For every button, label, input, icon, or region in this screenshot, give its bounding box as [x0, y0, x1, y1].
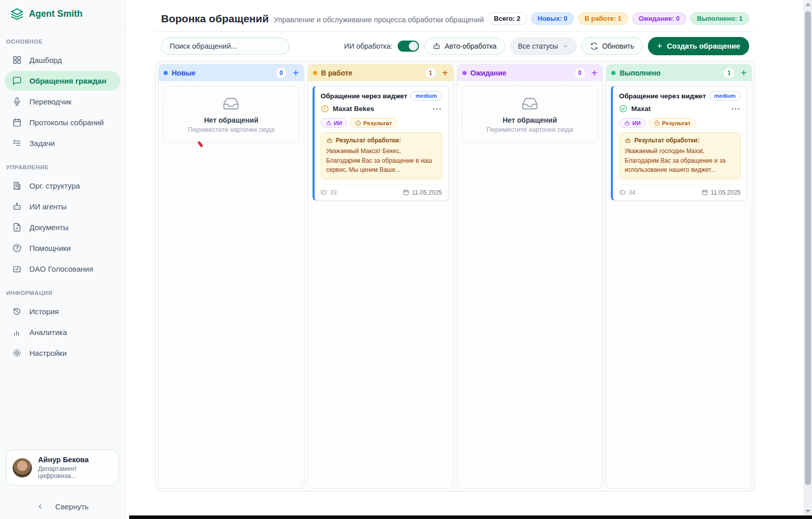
empty-drop-area[interactable]: Нет обращений Переместите карточки сюда: [163, 86, 299, 143]
sidebar-item-meeting-protocols[interactable]: Протоколы собраний: [5, 113, 121, 132]
robot-icon: [12, 202, 22, 211]
vertical-scrollbar[interactable]: [803, 0, 812, 519]
summary-badges: Всего: 2 Новых: 0 В работе: 1 Ожидание: …: [487, 12, 749, 25]
microphone-icon: [12, 97, 22, 106]
calendar-icon: [702, 189, 708, 196]
sidebar-item-ai-agents[interactable]: ИИ агенты: [5, 197, 121, 216]
kanban-board: Новые 0 + Нет обращений Переместите карт…: [155, 61, 755, 492]
result-text: Уважаемый господин Maxat, Благодарим Вас…: [625, 146, 735, 175]
sidebar-item-analytics[interactable]: Аналитика: [5, 322, 121, 342]
add-card-button[interactable]: +: [442, 68, 448, 78]
sidebar-item-label: Протоколы собраний: [29, 118, 104, 127]
column-dropzone[interactable]: Нет обращений Переместите карточки сюда: [457, 81, 603, 488]
auto-process-label: Авто-обработка: [445, 42, 497, 50]
analytics-icon: [12, 327, 22, 337]
scroll-up-arrow-icon[interactable]: [803, 3, 812, 6]
sidebar-item-tasks[interactable]: Задачи: [5, 133, 121, 153]
profile-name: Айнур Бекова: [38, 456, 112, 464]
calendar-icon: [12, 118, 22, 127]
column-title: Выполнено: [620, 69, 661, 77]
page-subtitle: Управление и обслуживание процесса обраб…: [274, 16, 484, 24]
scrollbar-thumb[interactable]: [805, 11, 811, 485]
profile-department: Департамент цифровиза...: [38, 465, 112, 479]
vote-icon: [12, 264, 22, 274]
robot-icon: [624, 120, 630, 126]
collapse-label: Свернуть: [55, 502, 89, 511]
search-input[interactable]: [161, 38, 289, 55]
column-dropzone[interactable]: Обращение через виджет medium Maxat Beke…: [308, 81, 453, 488]
scroll-down-arrow-icon[interactable]: [803, 510, 812, 513]
sidebar-item-label: DAO Голосования: [29, 265, 93, 273]
section-label-main: ОСНОВНОЕ: [0, 28, 125, 49]
robot-icon: [326, 137, 333, 144]
tasks-icon: [12, 138, 22, 148]
app-name: Agent Smith: [29, 9, 83, 19]
column-count: 0: [276, 67, 287, 79]
refresh-label: Обновить: [602, 42, 634, 50]
sidebar-item-dao-voting[interactable]: DAO Голосования: [5, 259, 121, 279]
add-card-button[interactable]: +: [293, 68, 299, 78]
toolbar: ИИ обработка: Авто-обработка Все статусы…: [155, 32, 755, 61]
sidebar-item-citizen-appeals[interactable]: Обращения граждан: [5, 71, 121, 91]
section-label-information: ИНФОРМАЦИЯ: [0, 280, 125, 301]
inbox-icon: [521, 95, 538, 113]
column-dropzone[interactable]: Нет обращений Переместите карточки сюда: [159, 81, 304, 488]
card-date: 11.05.2025: [702, 189, 741, 196]
priority-badge: medium: [410, 91, 442, 100]
ai-toggle-label: ИИ обработка:: [344, 42, 392, 50]
collapse-sidebar-button[interactable]: Свернуть: [0, 502, 125, 511]
card-menu-button[interactable]: ···: [433, 105, 442, 113]
sidebar-item-label: ИИ агенты: [29, 202, 67, 211]
chevron-down-icon: [562, 43, 569, 50]
tag-label: Результат: [363, 120, 392, 126]
priority-badge: medium: [709, 91, 741, 100]
ai-processing-toggle[interactable]: [398, 41, 419, 52]
app-logo[interactable]: Agent Smith: [0, 0, 125, 28]
ai-result-box: Результат обработки: Уважаемый Максат Бе…: [321, 132, 442, 179]
card-menu-button[interactable]: ···: [731, 105, 741, 113]
add-card-button[interactable]: +: [592, 68, 598, 78]
badge-new: Новых: 0: [531, 12, 574, 25]
sidebar-item-history[interactable]: История: [5, 302, 121, 321]
sidebar-item-documents[interactable]: Документы: [5, 217, 121, 237]
tag-ai: ИИ: [619, 118, 646, 128]
empty-drop-area[interactable]: Нет обращений Переместите карточки сюда: [462, 86, 598, 143]
user-profile[interactable]: Айнур Бекова Департамент цифровиза...: [6, 450, 119, 486]
clock-icon: [654, 120, 660, 126]
badge-done: Выполнено: 1: [690, 12, 749, 25]
appeal-card[interactable]: Обращение через виджет medium Maxat ···: [611, 86, 747, 201]
column-title: Ожидание: [471, 69, 507, 77]
sidebar-item-translator[interactable]: Переводчик: [5, 92, 121, 112]
sidebar: Agent Smith ОСНОВНОЕ Дашборд Обращения г…: [0, 0, 126, 519]
card-title: Обращение через виджет: [619, 92, 706, 100]
sidebar-item-assistants[interactable]: Помощники: [5, 238, 121, 258]
status-filter-select[interactable]: Все статусы: [510, 38, 576, 55]
person-name: Maxat Bekes: [333, 105, 374, 113]
sidebar-item-settings[interactable]: Настройки: [5, 343, 121, 363]
create-appeal-label: Создать обращение: [667, 42, 740, 50]
sidebar-item-org-structure[interactable]: Орг. структура: [5, 176, 121, 196]
column-done: Выполнено 1 + Обращение через виджет med…: [606, 64, 752, 489]
robot-icon: [625, 137, 631, 144]
sidebar-item-dashboard[interactable]: Дашборд: [5, 50, 121, 70]
page-title: Воронка обращений: [161, 13, 269, 25]
column-count: 1: [425, 67, 436, 79]
badge-inprogress: В работе: 1: [578, 12, 628, 25]
tag-label: ИИ: [334, 120, 342, 126]
dashboard-icon: [12, 55, 22, 65]
sidebar-item-label: Дашборд: [29, 56, 62, 64]
refresh-button[interactable]: Обновить: [582, 38, 643, 55]
create-appeal-button[interactable]: + Создать обращение: [648, 37, 749, 55]
column-title: Новые: [172, 69, 196, 77]
sidebar-item-label: Настройки: [29, 349, 67, 357]
column-dropzone[interactable]: Обращение через виджет medium Maxat ···: [606, 81, 752, 488]
layers-logo-icon: [10, 7, 24, 21]
org-structure-icon: [12, 181, 22, 191]
column-header: Выполнено 1 +: [606, 64, 752, 81]
sidebar-item-label: Обращения граждан: [29, 77, 106, 85]
robot-icon: [326, 120, 332, 126]
document-icon: [12, 223, 22, 232]
appeal-card[interactable]: Обращение через виджет medium Maxat Beke…: [313, 86, 449, 201]
add-card-button[interactable]: +: [741, 68, 747, 78]
auto-process-button[interactable]: Авто-обработка: [424, 38, 506, 55]
